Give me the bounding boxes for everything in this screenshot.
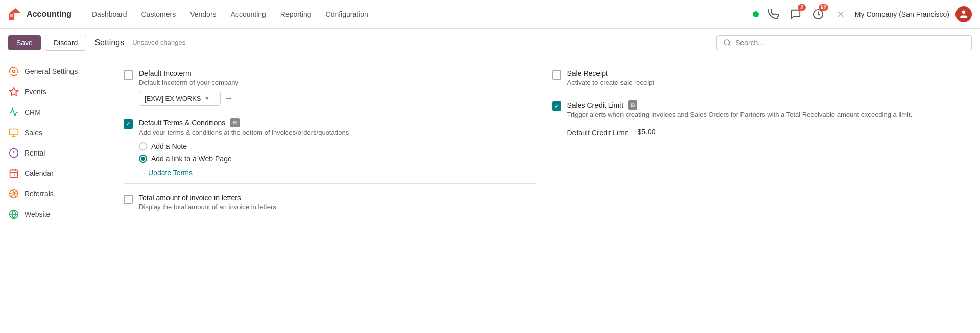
sidebar-item-general[interactable]: General Settings <box>0 61 107 82</box>
default-credit-label: Default Credit Limit <box>567 129 634 137</box>
sidebar-item-events[interactable]: Events <box>0 82 107 102</box>
close-icon-btn[interactable] <box>832 6 849 22</box>
top-nav: Accounting Dashboard Customers Vendors A… <box>0 0 980 29</box>
svg-rect-11 <box>10 129 18 135</box>
company-name[interactable]: My Company (San Francisco) <box>855 10 949 18</box>
sales-icon <box>8 127 19 138</box>
invoice-letters-checkbox[interactable] <box>124 195 133 204</box>
incoterm-content: Default Incoterm Default Incoterm of you… <box>139 69 238 106</box>
credit-limit-values: Default Credit Limit $5.00 <box>567 127 913 137</box>
sale-receipt-checkbox[interactable] <box>552 70 561 80</box>
credit-limit-block: Sales Credit Limit ⊞ Trigger alerts when… <box>552 100 964 138</box>
radio-add-link[interactable]: Add a link to a Web Page <box>139 155 349 163</box>
svg-marker-10 <box>10 88 18 96</box>
update-terms-link[interactable]: → Update Terms <box>139 169 349 177</box>
sidebar-label-referrals: Referrals <box>25 190 54 198</box>
svg-point-9 <box>13 70 15 73</box>
nav-customers[interactable]: Customers <box>135 7 182 21</box>
avatar-icon <box>959 9 969 19</box>
sale-receipt-row: Sale Receipt Activate to create sale rec… <box>552 69 964 88</box>
svg-point-7 <box>724 40 730 45</box>
nav-reporting[interactable]: Reporting <box>274 7 318 21</box>
enterprise-icon: ⊞ <box>230 118 240 127</box>
website-icon <box>8 209 19 220</box>
invoice-letters-block: Total amount of invoice in letters Displ… <box>124 194 536 212</box>
brand-icon <box>8 7 22 21</box>
sidebar-item-website[interactable]: Website <box>0 204 107 224</box>
incoterm-block: Default Incoterm Default Incoterm of you… <box>124 69 536 106</box>
activity-badge: 62 <box>819 4 828 11</box>
right-column: Sale Receipt Activate to create sale rec… <box>552 69 964 212</box>
radio-add-note[interactable]: Add a Note <box>139 142 349 150</box>
radio-outer-note <box>139 142 147 150</box>
terms-block: Default Terms & Conditions ⊞ Add your te… <box>124 118 536 177</box>
sidebar-item-rental[interactable]: Rental <box>0 143 107 163</box>
select-arrow-icon: ▼ <box>204 95 210 102</box>
update-terms-arrow: → <box>139 169 146 177</box>
nav-vendors[interactable]: Vendors <box>184 7 222 21</box>
status-indicator <box>753 11 759 17</box>
activity-icon-btn[interactable]: 62 <box>810 6 826 22</box>
terms-content: Default Terms & Conditions ⊞ Add your te… <box>139 118 349 177</box>
svg-marker-1 <box>9 8 21 13</box>
credit-limit-content: Sales Credit Limit ⊞ Trigger alerts when… <box>567 100 913 138</box>
sale-receipt-desc: Activate to create sale receipt <box>567 78 655 88</box>
sidebar-label-website: Website <box>25 210 50 218</box>
credit-limit-value-row: Default Credit Limit $5.00 <box>567 127 913 137</box>
invoice-letters-title: Total amount of invoice in letters <box>139 194 276 202</box>
sidebar-item-referrals[interactable]: Referrals <box>0 184 107 204</box>
credit-enterprise-icon: ⊞ <box>628 100 637 110</box>
sidebar-item-crm[interactable]: CRM <box>0 102 107 122</box>
update-terms-label: Update Terms <box>148 169 193 177</box>
divider-2 <box>124 183 536 184</box>
incoterm-checkbox[interactable] <box>124 70 133 80</box>
incoterm-row: Default Incoterm Default Incoterm of you… <box>124 69 536 106</box>
nav-configuration[interactable]: Configuration <box>320 7 374 21</box>
sale-receipt-title: Sale Receipt <box>567 69 655 78</box>
search-input[interactable] <box>735 39 965 47</box>
sale-receipt-block: Sale Receipt Activate to create sale rec… <box>552 69 964 88</box>
sidebar-item-calendar[interactable]: 31 Calendar <box>0 163 107 184</box>
invoice-letters-content: Total amount of invoice in letters Displ… <box>139 194 276 212</box>
general-settings-icon <box>8 66 19 77</box>
credit-limit-checkbox[interactable] <box>552 101 561 111</box>
user-avatar[interactable] <box>955 6 972 22</box>
messages-badge: 2 <box>798 4 806 11</box>
sidebar-item-sales[interactable]: Sales <box>0 122 107 143</box>
terms-checkbox[interactable] <box>124 119 133 129</box>
incoterm-link-icon[interactable]: → <box>225 94 233 103</box>
default-credit-value[interactable]: $5.00 <box>638 127 679 137</box>
discard-button[interactable]: Discard <box>45 35 86 51</box>
nav-dashboard[interactable]: Dashboard <box>86 7 133 21</box>
search-box[interactable] <box>716 35 972 50</box>
search-icon <box>723 39 731 47</box>
sale-receipt-content: Sale Receipt Activate to create sale rec… <box>567 69 655 88</box>
nav-brand[interactable]: Accounting <box>8 7 71 21</box>
terms-desc: Add your terms & conditions at the botto… <box>139 127 349 138</box>
phone-icon-btn[interactable] <box>765 6 781 22</box>
radio-label-link: Add a link to a Web Page <box>151 155 232 163</box>
main-layout: General Settings Events CRM <box>0 57 980 333</box>
radio-label-note: Add a Note <box>151 142 187 150</box>
unsaved-label: Unsaved changes <box>132 39 185 46</box>
divider-3 <box>552 94 964 94</box>
nav-accounting[interactable]: Accounting <box>225 7 272 21</box>
save-button[interactable]: Save <box>8 35 41 50</box>
page-title: Settings <box>94 38 124 47</box>
incoterm-desc: Default Incoterm of your company <box>139 78 238 88</box>
incoterm-title: Default Incoterm <box>139 69 238 78</box>
incoterm-select[interactable]: [EXW] EX WORKS ▼ <box>139 92 221 106</box>
sidebar-label-crm: CRM <box>25 108 41 116</box>
credit-limit-desc: Trigger alerts when creating Invoices an… <box>567 110 913 120</box>
divider-1 <box>124 112 536 112</box>
messages-icon-btn[interactable]: 2 <box>787 6 804 22</box>
calendar-icon: 31 <box>8 168 19 179</box>
terms-row: Default Terms & Conditions ⊞ Add your te… <box>124 118 536 177</box>
radio-group: Add a Note Add a link to a Web Page <box>139 142 349 163</box>
crm-icon <box>8 107 19 118</box>
events-icon <box>8 86 19 97</box>
incoterm-select-container: [EXW] EX WORKS ▼ → <box>139 92 238 106</box>
nav-right: 2 62 My Company (San Francisco) <box>753 6 972 22</box>
settings-section: Default Incoterm Default Incoterm of you… <box>124 69 964 212</box>
toolbar: Save Discard Settings Unsaved changes <box>0 29 980 57</box>
